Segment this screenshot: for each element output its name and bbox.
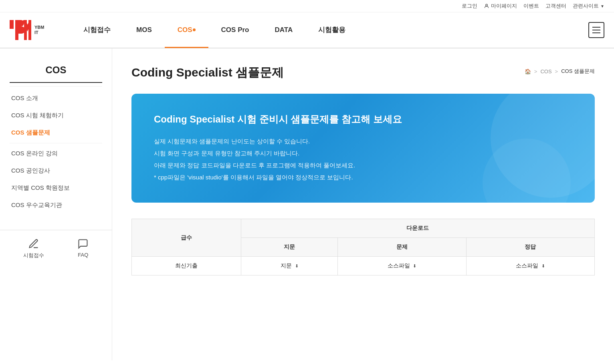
- main-area: Coding Specialist 샘플문제 🏠 > COS > COS 샘플문…: [112, 48, 614, 360]
- menu-line-1: [592, 27, 600, 28]
- th-grade: 급수: [132, 219, 241, 257]
- cell-jimun[interactable]: 지문 ⬇: [241, 257, 338, 276]
- sidebar-divider: [10, 86, 102, 86]
- nav-exam-register[interactable]: 시험접수: [71, 13, 123, 48]
- cell-problem[interactable]: 소스파일 ⬇: [338, 257, 466, 276]
- customer-center-link[interactable]: 고객센터: [545, 2, 566, 10]
- sample-table-section: 급수 다운로드 지문 문제 정답 최신기출 지문 ⬇: [131, 219, 595, 276]
- banner-title: Coding Specialist 시험 준비시 샘플문제를 참고해 보세요: [154, 113, 572, 126]
- cell-grade: 최신기출: [132, 257, 241, 276]
- top-bar: 로그인 마이페이지 이벤트 고객센터 관련사이트 ▼: [0, 0, 614, 12]
- info-banner: Coding Specialist 시험 준비시 샘플문제를 참고해 보세요 실…: [131, 94, 595, 203]
- sidebar-item-cos-experience[interactable]: COS 시험 체험하기: [0, 107, 112, 124]
- banner-line-1: 실제 시험문제와 샘플문제의 난이도는 상이할 수 있습니다.: [154, 135, 572, 147]
- banner-line-4: * cpp파일은 'visual studio'를 이용해서 파일을 열어야 정…: [154, 171, 572, 183]
- nav-cos-pro[interactable]: COS Pro: [208, 13, 262, 48]
- sidebar-item-cos-intro[interactable]: COS 소개: [0, 90, 112, 107]
- page-header: Coding Specialist 샘플문제 🏠 > COS > COS 샘플문…: [131, 64, 595, 81]
- breadcrumb-sep-1: >: [534, 68, 537, 74]
- logo[interactable]: YBM IT: [10, 20, 58, 40]
- th-problem: 문제: [338, 238, 466, 257]
- nav-cos[interactable]: COS: [165, 13, 208, 48]
- nav-items: 시험접수 MOS COS COS Pro DATA 시험활용: [71, 12, 588, 48]
- user-icon: [484, 3, 489, 9]
- sidebar: COS COS 소개 COS 시험 체험하기 COS 샘플문제 COS 온라인 …: [0, 48, 112, 360]
- table-header-row-1: 급수 다운로드: [132, 219, 595, 238]
- ybm-it-text: YBM IT: [34, 25, 44, 35]
- hamburger-menu-button[interactable]: [588, 22, 604, 38]
- th-jimun: 지문: [241, 238, 338, 257]
- breadcrumb-home-icon[interactable]: 🏠: [525, 68, 531, 74]
- breadcrumb-cos[interactable]: COS: [540, 68, 551, 74]
- banner-line-2: 시험 화면 구성과 문제 유형만 참고해 주시기 바랍니다.: [154, 147, 572, 159]
- chat-icon: [77, 238, 89, 249]
- login-link[interactable]: 로그인: [462, 2, 477, 10]
- related-site-link[interactable]: 관련사이트 ▼: [573, 2, 604, 10]
- page-title: Coding Specialist 샘플문제: [131, 64, 284, 81]
- main-nav: YBM IT 시험접수 MOS COS COS Pro DATA 시험활용: [0, 12, 614, 48]
- sidebar-item-cos-sample[interactable]: COS 샘플문제: [0, 124, 112, 141]
- pencil-icon: [28, 238, 39, 249]
- problem-sort-icon: ⬇: [413, 263, 416, 268]
- sidebar-item-cos-instructor[interactable]: COS 공인강사: [0, 162, 112, 179]
- nav-data[interactable]: DATA: [262, 13, 305, 48]
- sidebar-title: COS: [10, 64, 102, 83]
- sidebar-item-cos-online[interactable]: COS 온라인 강의: [0, 145, 112, 162]
- sidebar-bottom: 시험접수 FAQ: [0, 230, 112, 267]
- menu-line-3: [592, 32, 600, 33]
- ybm-logo-icon: [10, 20, 31, 40]
- cell-answer[interactable]: 소스파일 ⬇: [466, 257, 594, 276]
- answer-sort-icon: ⬇: [541, 263, 545, 268]
- sidebar-item-cos-edu[interactable]: COS 우수교육기관: [0, 197, 112, 214]
- sidebar-exam-register-btn[interactable]: 시험접수: [23, 238, 44, 259]
- nav-exam-use[interactable]: 시험활용: [305, 13, 358, 48]
- breadcrumb: 🏠 > COS > COS 샘플문제: [525, 68, 595, 75]
- sidebar-mid-divider: [10, 143, 102, 143]
- sidebar-nav: COS 소개 COS 시험 체험하기 COS 샘플문제 COS 온라인 강의 C…: [0, 90, 112, 214]
- banner-line-3: 아래 문제와 정답 코드파일을 다운로드 후 프로그램에 적용하여 풀어보세요.: [154, 159, 572, 171]
- menu-line-2: [592, 30, 600, 30]
- sidebar-item-cos-regional[interactable]: 지역별 COS 학원정보: [0, 179, 112, 197]
- th-answer: 정답: [466, 238, 594, 257]
- table-row: 최신기출 지문 ⬇ 소스파일 ⬇ 소스파일 ⬇: [132, 257, 595, 276]
- ybm-logo-svg: [10, 20, 31, 40]
- mypage-link[interactable]: 마이페이지: [484, 2, 517, 10]
- page-content: COS COS 소개 COS 시험 체험하기 COS 샘플문제 COS 온라인 …: [0, 48, 614, 360]
- nav-mos[interactable]: MOS: [123, 13, 165, 48]
- sample-table: 급수 다운로드 지문 문제 정답 최신기출 지문 ⬇: [131, 219, 595, 276]
- sidebar-faq-btn[interactable]: FAQ: [77, 238, 89, 259]
- jimun-sort-icon: ⬇: [295, 263, 299, 268]
- banner-text: 실제 시험문제와 샘플문제의 난이도는 상이할 수 있습니다. 시험 화면 구성…: [154, 135, 572, 183]
- breadcrumb-sep-2: >: [555, 68, 558, 74]
- svg-point-0: [486, 4, 488, 6]
- cos-dot: [193, 28, 196, 31]
- breadcrumb-current: COS 샘플문제: [561, 68, 595, 75]
- event-link[interactable]: 이벤트: [523, 2, 539, 10]
- th-download: 다운로드: [241, 219, 594, 238]
